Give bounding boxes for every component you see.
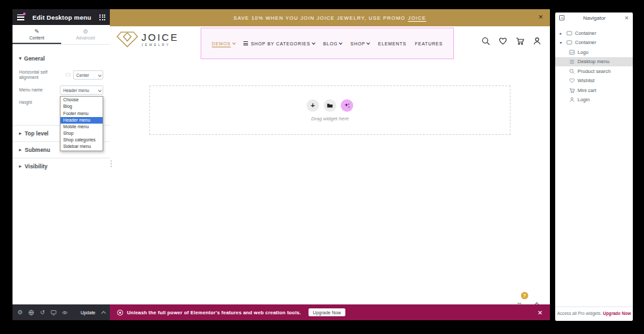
caret-down-icon: ▾ (560, 40, 564, 45)
nav-item-shop-by-categories[interactable]: SHOP BY CATEGORIES (243, 41, 314, 46)
nav-item-demos[interactable]: DEMOS (212, 41, 235, 46)
responsive-mode-icon[interactable] (51, 310, 57, 316)
tree-item-wishlist[interactable]: Wishlist (555, 76, 633, 86)
caret-right-icon: ▸ (19, 147, 22, 153)
diamond-logo-icon (116, 31, 138, 48)
nav-item-elements[interactable]: ELEMENTS (378, 41, 407, 46)
banner-close-icon[interactable]: ✕ (538, 14, 544, 20)
tree-item-product-search[interactable]: Product search (555, 66, 633, 76)
navigator-footer: Access all Pro widgets. Upgrade Now (555, 306, 633, 319)
drag-widget-zone[interactable]: + Drag widget here (149, 85, 510, 135)
promo-close-icon[interactable]: ✕ (537, 309, 543, 316)
navigator-tree: ▸ Container ▾ Container Logo Desktop men… (555, 23, 633, 105)
section-submenu-label: Submenu (25, 147, 51, 153)
dropdown-option[interactable]: Shop categories (61, 137, 103, 143)
section-general-label: General (24, 55, 45, 62)
section-visibility[interactable]: ▸ Visibility (12, 158, 110, 174)
pro-widgets-text: Access all Pro widgets. (557, 311, 602, 316)
caret-right-icon: ▸ (560, 31, 564, 36)
add-widget-button[interactable]: + (307, 99, 319, 112)
notification-dot (23, 12, 26, 15)
chevron-down-icon (98, 89, 101, 92)
panel-body: ▾ General Horizontal self alignment 🖵 Ce… (12, 45, 110, 304)
upgrade-now-button[interactable]: Upgrade Now (309, 308, 346, 316)
gear-icon: ⚙ (83, 29, 88, 35)
tree-item-container-1[interactable]: ▸ Container (555, 28, 633, 38)
nav-item-features[interactable]: FEATURES (415, 41, 443, 46)
navigator-title: Navigator (564, 15, 624, 21)
field-alignment: Horizontal self alignment 🖵 Center (12, 67, 110, 83)
search-icon[interactable] (482, 36, 490, 48)
caret-right-icon: ▸ (19, 131, 22, 136)
dropdown-option[interactable]: Blog (61, 103, 103, 110)
dropdown-option-selected[interactable]: Header menu (61, 117, 103, 124)
widgets-grid-icon[interactable] (99, 14, 105, 20)
banner-text: SAVE 10% WHEN YOU JOIN JOICE JEWELRY, US… (234, 15, 405, 21)
panel-title: Edit Desktop menu (24, 14, 99, 21)
history-icon[interactable]: ↺ (39, 310, 45, 316)
site-logo[interactable]: JOICE JEWELRY (116, 31, 179, 48)
hamburger-menu-icon[interactable] (17, 14, 24, 20)
menu-name-label: Menu name (19, 87, 57, 93)
caret-down-icon: ▾ (19, 56, 22, 61)
panel-header: Edit Desktop menu (12, 9, 110, 25)
alignment-label: Horizontal self alignment (19, 70, 63, 80)
tab-content[interactable]: ✎ Content (12, 25, 61, 44)
chevron-up-icon[interactable] (101, 310, 106, 315)
account-user-icon[interactable] (533, 36, 541, 48)
cart-icon (569, 87, 575, 93)
help-badge[interactable]: ? (521, 292, 528, 299)
banner-promo-code[interactable]: JOICE (408, 15, 426, 21)
tree-item-logo[interactable]: Logo (555, 47, 633, 57)
logo-tagline: JEWELRY (141, 43, 179, 47)
tree-item-desktop-menu[interactable]: Desktop menu (555, 57, 633, 67)
section-general[interactable]: ▾ General (12, 51, 110, 67)
alignment-value: Center (76, 73, 89, 78)
collapse-all-icon[interactable] (559, 15, 564, 20)
settings-panel: Edit Desktop menu ✎ Content ⚙ Advanced ▾… (12, 9, 110, 304)
nav-item-shop[interactable]: SHOP (351, 41, 370, 46)
menu-name-value: Header menu (63, 88, 89, 93)
dropdown-option[interactable]: Mobile menu (61, 124, 103, 130)
template-folder-button[interactable] (324, 99, 336, 112)
tab-advanced-label: Advanced (76, 36, 95, 40)
ai-builder-button[interactable] (341, 99, 353, 112)
tree-item-container-2[interactable]: ▾ Container (555, 38, 633, 48)
navigator-close-icon[interactable]: ✕ (624, 15, 629, 21)
menu-name-select[interactable]: Header menu (60, 85, 103, 95)
nav-item-blog[interactable]: BLOG (323, 41, 342, 46)
chevron-down-icon (232, 41, 235, 45)
settings-icon[interactable]: ⚙ (17, 310, 23, 316)
dropdown-option[interactable]: Shop (61, 130, 103, 137)
tab-advanced[interactable]: ⚙ Advanced (61, 25, 110, 44)
section-top-level-label: Top level (25, 130, 49, 137)
tab-content-label: Content (30, 36, 45, 40)
chevron-down-icon (98, 73, 101, 76)
chevron-down-icon (312, 41, 315, 45)
container-icon (566, 30, 572, 36)
upgrade-promo-bar: Unleash the full power of Elementor's fe… (110, 304, 550, 320)
image-icon (569, 49, 575, 55)
cart-icon[interactable] (516, 36, 524, 48)
navigator-icon[interactable] (28, 310, 34, 316)
desktop-responsive-icon[interactable]: 🖵 (66, 72, 70, 78)
dropdown-option[interactable]: Footer menu (61, 110, 103, 117)
menu-name-dropdown: Choose Blog Footer menu Header menu Mobi… (60, 96, 103, 151)
tree-item-mini-cart[interactable]: Mini cart (555, 85, 633, 95)
dropdown-option[interactable]: Sidebar menu (61, 143, 103, 150)
dropdown-option[interactable]: Choose (61, 97, 103, 103)
navigator-panel: Navigator ✕ ▸ Container ▾ Container Logo… (555, 12, 633, 321)
panel-resize-handle[interactable] (111, 160, 112, 167)
update-button[interactable]: Update (80, 310, 95, 315)
wishlist-heart-icon[interactable] (499, 36, 507, 48)
alignment-select[interactable]: Center (73, 70, 103, 80)
categories-burger-icon (243, 41, 248, 45)
navigator-header: Navigator ✕ (555, 12, 633, 23)
tree-item-login[interactable]: Login (555, 95, 633, 105)
header-action-icons (482, 36, 541, 48)
upgrade-now-link[interactable]: Upgrade Now (603, 311, 632, 316)
container-icon (566, 39, 572, 45)
desktop-menu-widget-selected[interactable]: DEMOS SHOP BY CATEGORIES BLOG SHOP ELEME… (201, 28, 454, 59)
logo-name: JOICE (141, 32, 179, 42)
preview-eye-icon[interactable] (62, 310, 68, 316)
